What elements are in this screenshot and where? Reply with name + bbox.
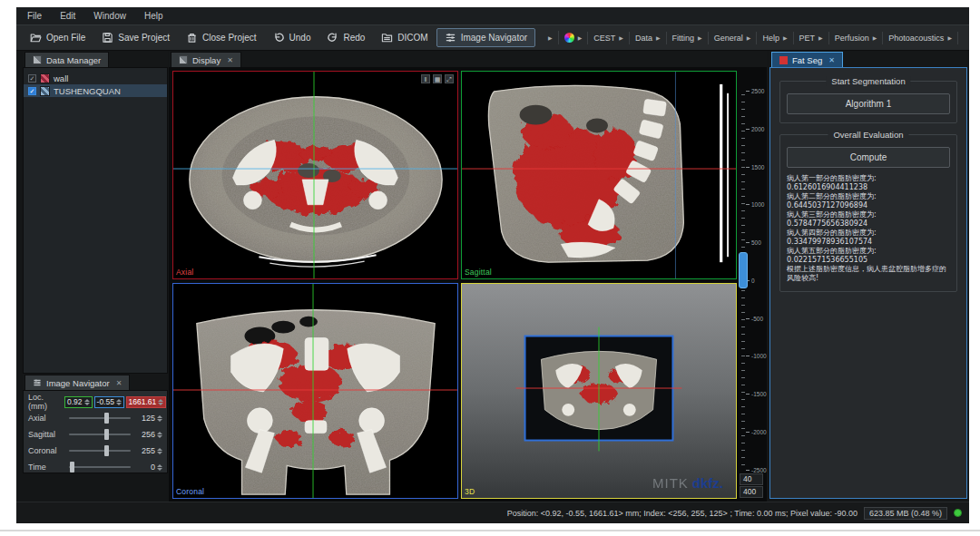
algorithm-1-button[interactable]: Algorithm 1 — [787, 93, 950, 114]
undo-icon — [273, 32, 285, 44]
menu-preprocessing[interactable]: Preprocessing▶ — [957, 32, 964, 44]
color-wheel-icon — [564, 33, 574, 43]
menu-data[interactable]: Data▶ — [629, 32, 666, 44]
pin-icon[interactable]: ‖ — [421, 74, 430, 83]
tushengquan-node-icon — [40, 86, 50, 96]
tushengquan-visibility-checkbox[interactable]: ✓ — [28, 87, 36, 95]
sagittal-slider-row: Sagittal 256 — [28, 427, 162, 442]
spinner-arrows[interactable] — [157, 415, 162, 422]
spinner-arrows[interactable] — [116, 399, 122, 405]
view-menu-icon[interactable]: ▦ — [433, 74, 442, 83]
axial-render-window[interactable]: ‖ ▦ ⤢ Axial — [172, 71, 458, 279]
sagittal-render-window[interactable]: Sagittal — [461, 71, 737, 279]
menu-window[interactable]: Window — [93, 11, 126, 21]
sliders-icon — [33, 378, 42, 387]
axial-slider-handle[interactable] — [104, 413, 109, 424]
axial-slider[interactable] — [69, 417, 131, 419]
tab-image-navigator[interactable]: Image Navigator ✕ — [24, 375, 130, 390]
loc-z-spinbox[interactable]: 1661.61 — [126, 396, 166, 408]
image-navigator-button[interactable]: Image Navigator — [436, 28, 535, 47]
time-slider-handle[interactable] — [70, 462, 74, 473]
close-icon[interactable]: ✕ — [828, 56, 835, 64]
spinner-arrows[interactable] — [157, 448, 162, 454]
mitk-workbench-window: File Edit Window Help Open File Save Pro… — [16, 7, 969, 523]
start-segmentation-group: Start Segmentation Algorithm 1 — [779, 81, 957, 123]
coronal-slider[interactable] — [69, 450, 131, 452]
sliders-icon — [445, 32, 456, 44]
data-manager-tabbar: Data Manager — [23, 51, 168, 67]
memory-usage: 623.85 MB (0.48 %) — [864, 507, 947, 520]
close-project-button[interactable]: Close Project — [178, 28, 264, 47]
coronal-slider-handle[interactable] — [104, 445, 109, 456]
menu-edit[interactable]: Edit — [60, 11, 75, 21]
fullscreen-icon[interactable]: ⤢ — [445, 74, 454, 83]
compute-button[interactable]: Compute — [787, 147, 950, 168]
sagittal-view-label: Sagittal — [465, 268, 492, 277]
redo-icon — [327, 32, 338, 44]
menu-pet[interactable]: PET▶ — [793, 32, 828, 44]
overall-evaluation-label: Overall Evaluation — [828, 130, 908, 140]
watermark: MITK dkfz. — [652, 475, 723, 491]
level-window-thumb[interactable] — [739, 252, 748, 288]
spinner-arrows[interactable] — [157, 464, 162, 471]
open-file-icon — [30, 32, 42, 44]
close-icon[interactable]: ✕ — [116, 379, 122, 387]
menu-help[interactable]: Help — [144, 11, 163, 21]
threed-render-window[interactable]: MITK dkfz. 3D — [461, 283, 737, 499]
menu-cest[interactable]: CEST▶ — [587, 32, 629, 44]
open-file-button[interactable]: Open File — [22, 28, 93, 47]
chevron-right-icon: ▶ — [873, 35, 877, 41]
save-project-button[interactable]: Save Project — [93, 28, 178, 47]
menu-file[interactable]: File — [27, 11, 42, 21]
spinner-arrows[interactable] — [157, 432, 162, 438]
fat-seg-panel: Start Segmentation Algorithm 1 Overall E… — [769, 67, 967, 499]
level-window-slider[interactable]: 2500 2000 1500 1000 500 0 -500 -1000 -15… — [739, 71, 767, 500]
tree-item-tushengquan[interactable]: ✓ TUSHENGQUAN — [24, 84, 167, 97]
menu-general[interactable]: General▶ — [708, 32, 757, 44]
render-windows: ‖ ▦ ⤢ Axial — [169, 67, 767, 502]
menu-fitting[interactable]: Fitting▶ — [666, 32, 708, 44]
status-bar: Position: <0.92, -0.55, 1661.61> mm; Ind… — [16, 502, 969, 523]
toolbar-overflow-button[interactable]: ▶ — [543, 34, 558, 43]
level-window-scale: 2500 2000 1500 1000 500 0 -500 -1000 -15… — [746, 89, 767, 473]
coronal-view-label: Coronal — [176, 487, 204, 496]
close-icon[interactable]: ✕ — [227, 56, 233, 64]
spinner-arrows[interactable] — [158, 399, 163, 405]
menu-perfusion[interactable]: Perfusion▶ — [828, 32, 883, 44]
save-icon — [102, 32, 113, 44]
sagittal-slider-handle[interactable] — [104, 429, 109, 440]
evaluation-results: 病人第一部分的脂肪密度为: 0.6126016904411238 病人第二部分的… — [787, 174, 950, 283]
loc-x-spinbox[interactable]: 0.92 — [64, 396, 93, 408]
menu-help[interactable]: Help▶ — [756, 32, 792, 44]
result-line: 病人第五部分的脂肪密度为: 0.0221571536655105 — [787, 247, 950, 265]
spinner-arrows[interactable] — [84, 399, 90, 405]
time-slider[interactable] — [69, 466, 131, 468]
overall-evaluation-group: Overall Evaluation Compute 病人第一部分的脂肪密度为:… — [779, 134, 957, 292]
colormap-menu[interactable]: ▶ — [558, 31, 588, 44]
undo-button[interactable]: Undo — [265, 28, 319, 47]
start-segmentation-label: Start Segmentation — [826, 76, 910, 86]
chevron-right-icon: ▶ — [818, 35, 823, 41]
location-row: Loc. (mm) 0.92 -0.55 1661.61 — [28, 395, 162, 409]
chevron-right-icon: ▶ — [783, 35, 788, 41]
sagittal-slider[interactable] — [69, 434, 131, 435]
level-value[interactable]: 40 — [740, 473, 763, 485]
status-indicator-icon — [954, 509, 962, 517]
redo-button[interactable]: Redo — [318, 28, 373, 47]
coronal-render-window[interactable]: Coronal — [172, 283, 458, 499]
dicom-button[interactable]: DICOM — [373, 28, 436, 47]
window-value[interactable]: 400 — [740, 486, 763, 498]
tree-item-wall[interactable]: ✓ wall — [24, 72, 167, 84]
cursor-position-text: Position: <0.92, -0.55, 1661.61> mm; Ind… — [507, 509, 858, 518]
tab-display[interactable]: Display ✕ — [171, 52, 241, 67]
tab-data-manager[interactable]: Data Manager — [24, 52, 109, 67]
loc-y-spinbox[interactable]: -0.55 — [94, 396, 124, 408]
data-manager-tree[interactable]: ✓ wall ✓ TUSHENGQUAN — [23, 67, 168, 374]
tab-fat-seg[interactable]: Fat Seg ✕ — [771, 52, 843, 67]
wall-visibility-checkbox[interactable]: ✓ — [28, 74, 36, 83]
dkfz-logo: dkfz. — [692, 475, 723, 491]
display-tabbar: Display ✕ — [169, 51, 767, 67]
axial-view-label: Axial — [176, 268, 193, 277]
menu-photoacoustics[interactable]: Photoacoustics▶ — [882, 32, 957, 44]
data-manager-icon — [33, 55, 42, 64]
